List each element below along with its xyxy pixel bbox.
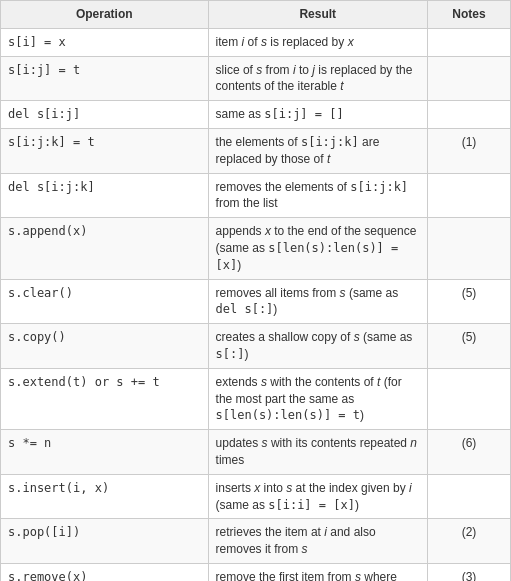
notes-cell: (5) (427, 324, 510, 369)
table-row: del s[i:j:k]removes the elements of s[i:… (1, 173, 511, 218)
operation-cell: del s[i:j] (1, 101, 209, 129)
col-header-notes: Notes (427, 1, 510, 29)
table-row: s.insert(i, x)inserts x into s at the in… (1, 474, 511, 519)
table-row: s.remove(x)remove the first item from s … (1, 563, 511, 581)
table-row: s[i:j:k] = tthe elements of s[i:j:k] are… (1, 128, 511, 173)
result-cell: remove the first item from s where s[i] … (208, 563, 427, 581)
table-row: s[i:j] = tslice of s from i to j is repl… (1, 56, 511, 101)
operation-cell: s[i] = x (1, 28, 209, 56)
operation-cell: s *= n (1, 430, 209, 475)
result-cell: extends s with the contents of t (for th… (208, 368, 427, 429)
notes-cell (427, 218, 510, 279)
table-row: s.pop([i])retrieves the item at i and al… (1, 519, 511, 564)
table-row: s[i] = xitem i of s is replaced by x (1, 28, 511, 56)
notes-cell (427, 173, 510, 218)
result-cell: the elements of s[i:j:k] are replaced by… (208, 128, 427, 173)
operation-cell: s.clear() (1, 279, 209, 324)
col-header-operation: Operation (1, 1, 209, 29)
notes-cell: (5) (427, 279, 510, 324)
operation-cell: s[i:j:k] = t (1, 128, 209, 173)
operations-table: Operation Result Notes s[i] = xitem i of… (0, 0, 511, 581)
notes-cell (427, 56, 510, 101)
notes-cell: (6) (427, 430, 510, 475)
result-cell: item i of s is replaced by x (208, 28, 427, 56)
result-cell: creates a shallow copy of s (same as s[:… (208, 324, 427, 369)
notes-cell: (1) (427, 128, 510, 173)
operation-cell: s.extend(t) or s += t (1, 368, 209, 429)
table-row: del s[i:j]same as s[i:j] = [] (1, 101, 511, 129)
operation-cell: s.pop([i]) (1, 519, 209, 564)
notes-cell: (3) (427, 563, 510, 581)
result-cell: slice of s from i to j is replaced by th… (208, 56, 427, 101)
operation-cell: s.remove(x) (1, 563, 209, 581)
col-header-result: Result (208, 1, 427, 29)
notes-cell (427, 474, 510, 519)
result-cell: removes all items from s (same as del s[… (208, 279, 427, 324)
result-cell: retrieves the item at i and also removes… (208, 519, 427, 564)
result-cell: inserts x into s at the index given by i… (208, 474, 427, 519)
table-row: s.clear()removes all items from s (same … (1, 279, 511, 324)
operation-cell: s.insert(i, x) (1, 474, 209, 519)
table-row: s.copy()creates a shallow copy of s (sam… (1, 324, 511, 369)
table-row: s.extend(t) or s += textends s with the … (1, 368, 511, 429)
result-cell: updates s with its contents repeated n t… (208, 430, 427, 475)
operation-cell: s[i:j] = t (1, 56, 209, 101)
operation-cell: s.copy() (1, 324, 209, 369)
result-cell: removes the elements of s[i:j:k] from th… (208, 173, 427, 218)
operation-cell: s.append(x) (1, 218, 209, 279)
notes-cell: (2) (427, 519, 510, 564)
table-row: s *= nupdates s with its contents repeat… (1, 430, 511, 475)
notes-cell (427, 101, 510, 129)
notes-cell (427, 368, 510, 429)
result-cell: same as s[i:j] = [] (208, 101, 427, 129)
result-cell: appends x to the end of the sequence (sa… (208, 218, 427, 279)
operation-cell: del s[i:j:k] (1, 173, 209, 218)
notes-cell (427, 28, 510, 56)
table-row: s.append(x)appends x to the end of the s… (1, 218, 511, 279)
